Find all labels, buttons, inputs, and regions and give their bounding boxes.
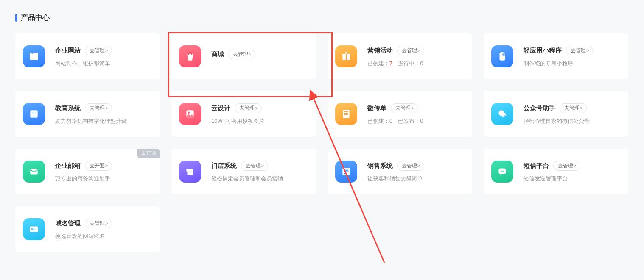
card-title: 公众号助手	[524, 104, 555, 112]
manage-button[interactable]: 去管理>	[391, 103, 418, 113]
chat-icon	[491, 161, 513, 183]
manage-button[interactable]: 去管理>	[397, 161, 424, 171]
card-body: 域名管理去管理>挑选喜欢的网站域名	[55, 219, 151, 240]
section-title-text: 产品中心	[21, 13, 50, 22]
stats-separator	[392, 118, 398, 124]
card-head: 公众号助手去管理>	[524, 103, 619, 113]
manage-button[interactable]: 去管理>	[241, 161, 268, 171]
svg-point-14	[188, 112, 190, 114]
window-icon	[23, 45, 45, 67]
card-head: 短信平台去管理>	[524, 161, 619, 171]
svg-rect-26	[344, 171, 349, 172]
button-label: 去管理	[571, 47, 586, 54]
list-icon	[335, 161, 357, 183]
card-head: 教育系统去管理>	[55, 103, 151, 113]
card-title: 云设计	[211, 104, 230, 112]
card-body: 销售系统去管理>让获客和销售变得简单	[367, 161, 463, 183]
product-card-miniapp[interactable]: 轻应用小程序去管理>制作您的专属小程序	[484, 33, 628, 79]
manage-button[interactable]: 去管理>	[553, 161, 580, 171]
card-title: 企业网站	[55, 47, 81, 55]
button-label: 去管理	[90, 220, 105, 227]
manage-button[interactable]: 去管理>	[85, 103, 112, 113]
svg-rect-17	[344, 113, 348, 114]
product-card-mall[interactable]: 商城去管理>	[171, 33, 316, 79]
card-body: 短信平台去管理>短信发送管理平台	[524, 161, 619, 183]
chevron-right-icon: >	[105, 48, 108, 53]
svg-point-8	[502, 53, 505, 56]
svg-text:W.=: W.=	[31, 227, 37, 231]
card-body: 营销活动去管理>已创建：7 进行中：0	[367, 46, 463, 67]
card-desc: 助力教培机构数字化转型升级	[55, 117, 151, 125]
chevron-right-icon: >	[580, 105, 582, 111]
card-stats: 已创建：7 进行中：0	[367, 60, 463, 67]
svg-point-3	[32, 53, 33, 54]
manage-button[interactable]: 去管理>	[235, 103, 262, 113]
chevron-right-icon: >	[586, 48, 589, 53]
product-card-domain[interactable]: W.=域名管理去管理>挑选喜欢的网站域名	[15, 206, 160, 252]
stats-separator	[392, 60, 398, 67]
svg-rect-29	[501, 171, 504, 172]
card-head: 企业网站去管理>	[55, 46, 151, 55]
card-desc: 短信发送管理平台	[524, 175, 619, 183]
button-label: 去管理	[395, 105, 411, 112]
button-label: 去管理	[246, 162, 261, 169]
card-stats: 已创建：0 已发布：0	[367, 117, 463, 125]
product-card-sales[interactable]: 销售系统去管理>让获客和销售变得简单	[328, 149, 472, 194]
chevron-right-icon: >	[105, 163, 108, 168]
product-card-store[interactable]: 门店系统去管理>轻松搞定会员管理和会员营销	[171, 149, 316, 194]
product-card-marketing[interactable]: 营销活动去管理>已创建：7 进行中：0	[328, 33, 472, 79]
manage-button[interactable]: 去管理>	[397, 46, 424, 55]
product-card-wechat[interactable]: 公众号助手去管理>轻松管理自家的微信公众号	[484, 91, 628, 137]
card-title: 轻应用小程序	[524, 47, 562, 55]
manage-button[interactable]: 去管理>	[85, 46, 112, 55]
miniapp-icon	[491, 45, 513, 67]
product-grid: 企业网站去管理>网站制作、维护都简单商城去管理>营销活动去管理>已创建：7 进行…	[15, 33, 629, 252]
card-title: 微传单	[367, 104, 386, 112]
card-body: 教育系统去管理>助力教培机构数字化转型升级	[55, 103, 151, 125]
card-desc: 网站制作、维护都简单	[55, 60, 151, 67]
stats-running-label: 已发布：	[398, 118, 420, 124]
product-card-site[interactable]: 企业网站去管理>网站制作、维护都简单	[15, 33, 160, 79]
card-body: 门店系统去管理>轻松搞定会员管理和会员营销	[211, 161, 307, 183]
card-body: 轻应用小程序去管理>制作您的专属小程序	[524, 46, 619, 67]
chevron-right-icon: >	[255, 105, 258, 111]
stats-created-label: 已创建：	[367, 60, 389, 67]
mail-icon	[23, 161, 45, 183]
chevron-right-icon: >	[261, 163, 264, 168]
image-icon	[179, 103, 201, 125]
gift-icon	[335, 45, 357, 67]
manage-button[interactable]: 去管理>	[566, 46, 593, 55]
book-icon	[23, 103, 45, 125]
svg-rect-27	[344, 173, 347, 174]
svg-rect-15	[343, 110, 349, 118]
svg-rect-25	[344, 170, 349, 171]
card-head: 营销活动去管理>	[367, 46, 463, 55]
manage-button[interactable]: 去管理>	[228, 50, 255, 59]
product-card-edu[interactable]: 教育系统去管理>助力教培机构数字化转型升级	[15, 91, 160, 137]
product-card-sms[interactable]: 短信平台去管理>短信发送管理平台	[484, 149, 628, 194]
button-label: 去管理	[402, 47, 417, 54]
stats-running-value: 0	[420, 60, 423, 67]
card-head: 商城去管理>	[211, 50, 307, 59]
product-card-mail[interactable]: 未开通企业邮箱去开通>更专业的商务沟通助手	[15, 149, 160, 194]
product-card-flyer[interactable]: 微传单去管理>已创建：0 已发布：0	[328, 91, 472, 137]
manage-button[interactable]: 去管理>	[85, 219, 112, 228]
card-head: 云设计去管理>	[211, 103, 307, 113]
svg-rect-18	[344, 114, 348, 115]
card-body: 企业邮箱去开通>更专业的商务沟通助手	[55, 161, 151, 183]
button-label: 去开通	[90, 162, 105, 169]
chevron-right-icon: >	[417, 48, 420, 53]
button-label: 去管理	[564, 105, 580, 112]
product-card-design[interactable]: 云设计去管理>10W+可商用模板图片	[171, 91, 316, 137]
button-label: 去管理	[402, 162, 417, 169]
card-head: 销售系统去管理>	[367, 161, 463, 171]
card-head: 轻应用小程序去管理>	[524, 46, 619, 55]
chevron-right-icon: >	[105, 105, 108, 111]
card-desc: 轻松管理自家的微信公众号	[524, 117, 619, 125]
card-desc: 轻松搞定会员管理和会员营销	[211, 175, 307, 183]
section-title-bar	[15, 14, 17, 22]
flyer-icon	[335, 103, 357, 125]
open-button[interactable]: 去开通>	[85, 161, 112, 171]
card-title: 营销活动	[367, 47, 393, 55]
manage-button[interactable]: 去管理>	[560, 103, 587, 113]
